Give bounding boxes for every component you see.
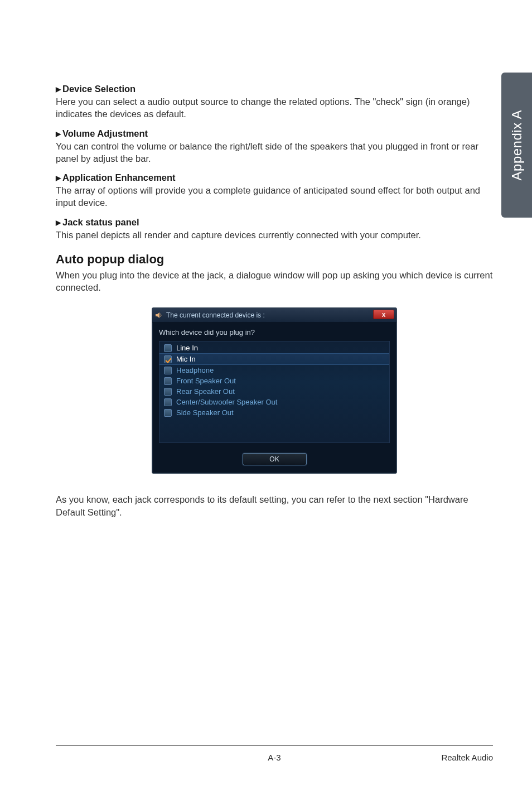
device-label: Front Speaker Out xyxy=(176,377,236,385)
section-application-enhancement-body: The array of options will provide you a … xyxy=(56,184,493,209)
page-number: A-3 xyxy=(268,753,280,762)
checkbox-icon xyxy=(164,355,172,363)
device-label: Line In xyxy=(176,344,198,352)
side-tab-label: Appendix A xyxy=(509,110,525,180)
device-row[interactable]: Center/Subwoofer Speaker Out xyxy=(159,397,389,407)
ok-button[interactable]: OK xyxy=(243,453,307,465)
list-spacer xyxy=(159,418,389,441)
device-list: Line InMic InHeadphoneFront Speaker OutR… xyxy=(159,341,390,443)
device-label: Rear Speaker Out xyxy=(176,387,235,396)
svg-marker-0 xyxy=(156,312,159,318)
caret-icon: ▶ xyxy=(56,130,61,138)
footer-rule xyxy=(56,745,493,746)
auto-popup-heading: Auto popup dialog xyxy=(56,252,493,267)
caret-icon: ▶ xyxy=(56,219,61,227)
dialog-prompt: Which device did you plug in? xyxy=(152,323,396,341)
section-application-enhancement-title: ▶Application Enhancement xyxy=(56,172,493,183)
dialog-titlebar: The current connected device is : x xyxy=(152,308,396,323)
section-jack-status-title: ▶Jack status panel xyxy=(56,217,493,228)
checkbox-icon xyxy=(164,398,172,406)
auto-popup-intro: When you plug into the device at the jac… xyxy=(56,269,493,294)
checkbox-icon xyxy=(164,344,172,352)
section-volume-adjustment-body: You can control the volume or balance th… xyxy=(56,140,493,165)
device-row[interactable]: Rear Speaker Out xyxy=(159,386,389,397)
after-dialog-text: As you know, each jack corresponds to it… xyxy=(56,493,493,518)
section-volume-adjustment-title: ▶Volume Adjustment xyxy=(56,128,493,139)
section-device-selection-body: Here you can select a audio output sourc… xyxy=(56,95,493,121)
section-jack-status-body: This panel depicts all render and captur… xyxy=(56,229,493,241)
checkbox-icon xyxy=(164,388,172,396)
device-dialog: The current connected device is : x Whic… xyxy=(152,307,397,474)
device-label: Headphone xyxy=(176,366,214,374)
device-row[interactable]: Mic In xyxy=(159,353,389,365)
caret-icon: ▶ xyxy=(56,174,61,182)
device-row[interactable]: Headphone xyxy=(159,365,389,376)
device-label: Side Speaker Out xyxy=(176,408,234,417)
side-tab: Appendix A xyxy=(501,73,532,218)
footer-right: Realtek Audio xyxy=(441,753,493,762)
device-row[interactable]: Side Speaker Out xyxy=(159,407,389,418)
device-label: Mic In xyxy=(176,355,196,363)
checkbox-icon xyxy=(164,367,172,374)
device-row[interactable]: Front Speaker Out xyxy=(159,376,389,386)
section-device-selection-title: ▶Device Selection xyxy=(56,84,493,94)
device-label: Center/Subwoofer Speaker Out xyxy=(176,398,277,406)
caret-icon: ▶ xyxy=(56,85,61,93)
device-row[interactable]: Line In xyxy=(159,343,389,353)
checkbox-icon xyxy=(164,409,172,417)
checkbox-icon xyxy=(164,377,172,385)
speaker-icon xyxy=(154,311,163,320)
page-content: ▶Device Selection Here you can select a … xyxy=(0,0,532,518)
dialog-footer: OK xyxy=(152,449,396,473)
page-footer: A-3 Realtek Audio xyxy=(56,753,493,762)
dialog-title: The current connected device is : xyxy=(166,311,265,319)
close-icon: x xyxy=(382,311,386,319)
close-button[interactable]: x xyxy=(373,310,394,319)
ok-button-label: OK xyxy=(269,455,279,463)
